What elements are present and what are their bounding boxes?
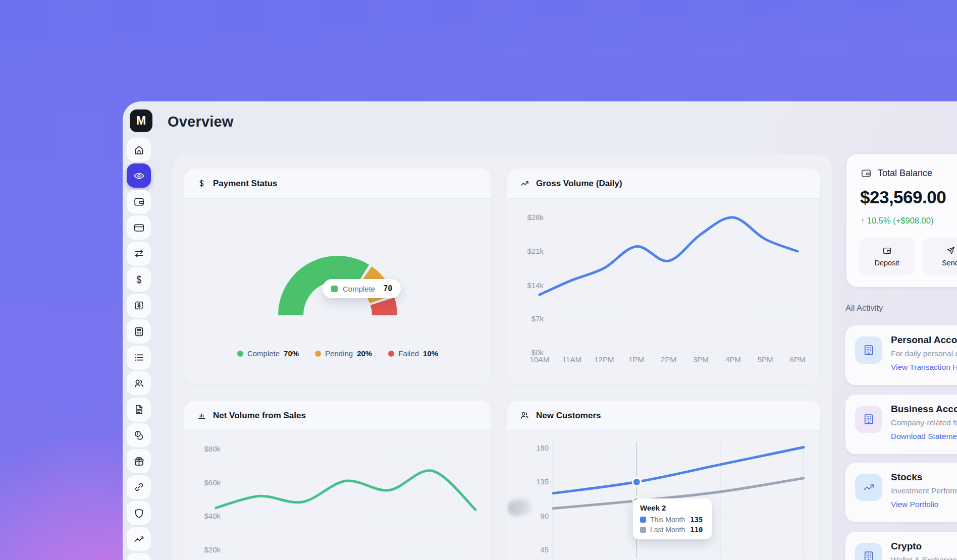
gross_volume-svg <box>507 169 820 384</box>
wallet-icon <box>882 246 892 255</box>
tooltip-row: Last Month 110 <box>640 526 705 534</box>
activity-link[interactable]: View Portfolio <box>891 500 938 509</box>
sidebar-item-analytics[interactable] <box>127 527 151 551</box>
sidebar-item-calculator[interactable] <box>127 319 151 344</box>
complete-chip <box>331 286 338 292</box>
deposit-button[interactable]: Deposit <box>859 237 915 275</box>
activity-link[interactable]: Download Statements <box>891 432 957 441</box>
sidebar-item-integrations[interactable] <box>127 475 151 499</box>
sidebar-item-wallet[interactable] <box>127 190 151 214</box>
activity-title: Crypto <box>891 541 922 552</box>
dashboard-window: M Overview Payment Status Complete 70 Co… <box>123 101 957 560</box>
sidebar-item-customers[interactable] <box>127 371 151 396</box>
sidebar-item-invoices[interactable] <box>127 294 151 318</box>
sidebar-item-rewards[interactable] <box>127 449 151 473</box>
tooltip-label: Complete <box>343 285 375 293</box>
sidebar-item-documents[interactable] <box>127 398 151 422</box>
all-activity-heading: All Activity <box>845 303 883 313</box>
wallet-icon <box>133 196 145 207</box>
legend-label: Pending <box>325 349 353 358</box>
x-axis-label: 11AM <box>559 355 585 364</box>
y-axis-label: $60k <box>190 478 221 487</box>
tooltip-title: Week 2 <box>640 503 705 512</box>
gross-volume-header: Gross Volume (Daily) <box>507 169 820 199</box>
transfer-arrows-icon <box>133 248 145 259</box>
gift-icon <box>133 456 145 467</box>
x-axis-label: 10AM <box>526 355 553 364</box>
activity-title: Business Account <box>891 404 957 415</box>
legend-dot <box>237 351 243 357</box>
activity-card-stocks[interactable]: Stocks Investment Performance View Portf… <box>845 463 957 522</box>
sidebar-item-overview[interactable] <box>127 163 151 188</box>
gross-volume-card: Gross Volume (Daily) $28k$21k$14k$7k$0k1… <box>507 169 820 384</box>
total-balance-label: Total Balance <box>878 168 932 179</box>
main-content: Payment Status Complete 70 Complete 70% … <box>172 155 832 560</box>
series-this-month <box>553 447 804 493</box>
trending-up-icon <box>519 179 529 189</box>
x-axis-label: 4PM <box>720 355 746 364</box>
sidebar-item-transactions[interactable] <box>127 346 151 370</box>
card-title: Payment Status <box>213 179 278 189</box>
activity-link[interactable]: View Transaction History <box>891 363 957 372</box>
payment-status-card: Payment Status Complete 70 Complete 70% … <box>184 169 491 384</box>
app-logo[interactable]: M <box>130 109 152 132</box>
tooltip-label: This Month <box>650 516 685 524</box>
legend-item-complete: Complete 70% <box>237 349 299 358</box>
total-balance-head: Total Balance <box>861 167 932 179</box>
total-balance-amount: $23,569.00 <box>860 187 946 207</box>
y-axis-label: $21k <box>513 247 544 255</box>
y-axis-label: $7k <box>513 314 544 323</box>
y-axis-label: 180 <box>518 443 549 452</box>
total-balance-card: Total Balance $23,569.00 ↑ 10.5% (+$908.… <box>846 154 957 287</box>
legend-dot <box>388 351 394 357</box>
file-text-icon <box>133 404 145 415</box>
sidebar-item-cards[interactable] <box>127 215 151 240</box>
list-icon <box>133 352 145 363</box>
tooltip-value: 135 <box>690 516 703 524</box>
building-icon <box>855 337 882 364</box>
activity-subtitle: Wallet & Exchange <box>891 555 956 560</box>
building-icon <box>855 406 882 433</box>
receipt-dollar-icon <box>133 300 145 311</box>
home-icon <box>133 144 145 156</box>
eye-icon <box>133 170 145 182</box>
legend-item-failed: Failed 10% <box>388 349 438 358</box>
y-axis-label: $40k <box>190 512 221 520</box>
tooltip-value: 70 <box>383 284 392 293</box>
gauge-segment-failed <box>383 301 385 315</box>
tooltip-row: This Month 135 <box>640 516 705 524</box>
last-month-chip <box>640 527 646 533</box>
activity-card-personal-account[interactable]: Personal Account For daily personal expe… <box>845 325 957 385</box>
legend-label: Failed <box>398 349 419 358</box>
sidebar-item-coins[interactable] <box>127 423 151 447</box>
sidebar-item-home[interactable] <box>127 138 151 162</box>
sidebar-item-transfers[interactable] <box>127 242 151 266</box>
activity-title: Personal Account <box>891 334 957 346</box>
activity-subtitle: For daily personal expenses <box>891 349 957 358</box>
activity-title: Stocks <box>891 472 922 483</box>
new-customers-card: New Customers 1801359045 Week 2 This Mon… <box>507 401 820 560</box>
activity-card-business-account[interactable]: Business Account Company-related finance… <box>845 395 957 454</box>
credit-card-icon <box>133 222 145 234</box>
payment-status-header: Payment Status <box>184 169 491 199</box>
page-title: Overview <box>168 113 234 131</box>
series-net-volume <box>216 471 475 510</box>
highlight-dot <box>632 478 641 486</box>
activity-card-crypto[interactable]: Crypto Wallet & Exchange <box>845 532 957 560</box>
send-label: Send <box>942 259 957 267</box>
send-button[interactable]: Send <box>923 237 957 275</box>
new-customers-header: New Customers <box>507 401 820 431</box>
activity-subtitle: Investment Performance <box>891 486 957 495</box>
y-axis-label: 135 <box>518 477 549 486</box>
shield-icon <box>133 508 145 519</box>
sidebar-item-security[interactable] <box>127 501 151 525</box>
legend-value: 10% <box>423 349 438 358</box>
sidebar-item-payments[interactable] <box>127 267 151 292</box>
activity-subtitle: Company-related finances <box>891 418 957 427</box>
sidebar-item-bank[interactable] <box>127 553 151 560</box>
card-title: Net Volume from Sales <box>213 411 306 421</box>
y-axis-label: $80k <box>190 444 221 453</box>
this-month-chip <box>640 517 646 523</box>
users-icon <box>519 411 529 421</box>
tooltip-value: 110 <box>690 526 703 534</box>
